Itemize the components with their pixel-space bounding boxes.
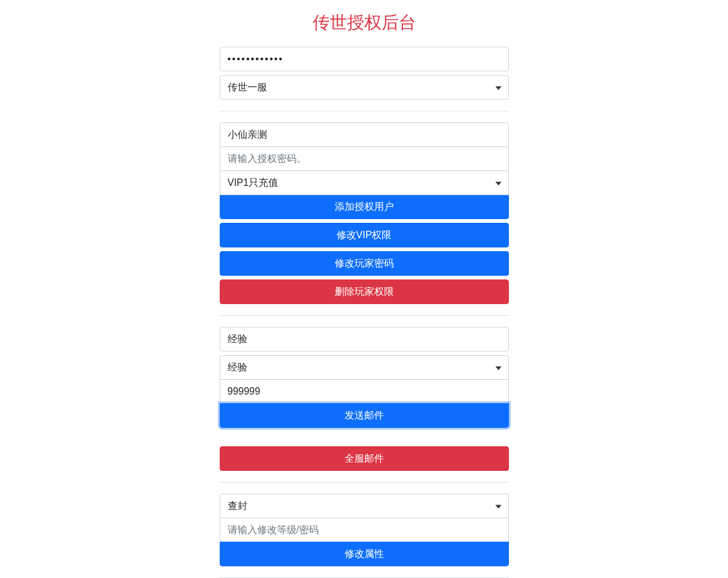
divider — [220, 315, 509, 316]
spacer — [220, 428, 509, 446]
divider — [220, 482, 509, 483]
modify-level-input[interactable] — [220, 518, 509, 542]
vip-select[interactable]: VIP1只充值 — [220, 171, 509, 195]
page-title: 传世授权后台 — [220, 0, 509, 47]
modify-attr-button[interactable]: 修改属性 — [220, 542, 509, 566]
item-input[interactable] — [220, 327, 509, 351]
amount-input[interactable] — [220, 379, 509, 404]
username-input[interactable] — [220, 122, 509, 147]
divider — [220, 111, 509, 111]
add-auth-user-button[interactable]: 添加授权用户 — [220, 195, 509, 219]
main-container: 传世授权后台 传世一服 VIP1只充值 添加授权用户 修改VIP权限 修改玩家密… — [220, 0, 509, 578]
mail-section: 经验 发送邮件 — [220, 327, 509, 428]
auth-section: 传世一服 — [220, 47, 509, 100]
delete-permission-button[interactable]: 删除玩家权限 — [220, 279, 509, 304]
server-select[interactable]: 传世一服 — [220, 75, 509, 100]
item-select[interactable]: 经验 — [220, 355, 509, 380]
full-server-mail-button[interactable]: 全服邮件 — [220, 446, 509, 471]
send-mail-button[interactable]: 发送邮件 — [220, 403, 509, 428]
modify-attr-section: 查封 修改属性 — [220, 494, 509, 566]
modify-password-button[interactable]: 修改玩家密码 — [220, 251, 509, 276]
ban-select[interactable]: 查封 — [220, 494, 509, 518]
full-server-mail-section: 全服邮件 — [220, 446, 509, 471]
auth-password-input[interactable] — [220, 147, 509, 171]
modify-vip-button[interactable]: 修改VIP权限 — [220, 223, 509, 247]
admin-password-input[interactable] — [220, 47, 509, 71]
user-auth-section: VIP1只充值 添加授权用户 修改VIP权限 修改玩家密码 删除玩家权限 — [220, 122, 509, 304]
